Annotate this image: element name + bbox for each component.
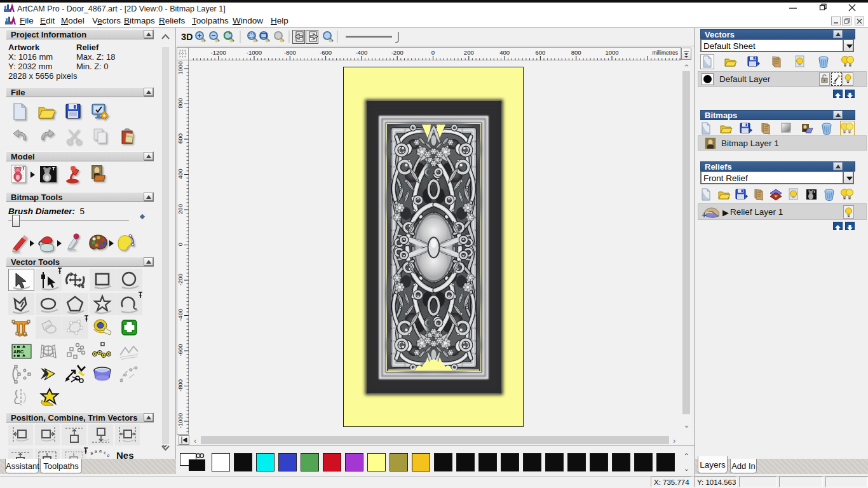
svg-text:-600: -600: [320, 49, 332, 56]
svg-text:600: 600: [535, 49, 545, 56]
svg-text:200: 200: [177, 204, 184, 214]
svg-text:-1000: -1000: [177, 413, 184, 428]
svg-text:-600: -600: [177, 344, 184, 356]
svg-text:millimetres: millimetres: [652, 50, 678, 56]
svg-text:T: T: [22, 165, 25, 171]
svg-text:0: 0: [177, 243, 184, 246]
svg-text:T: T: [52, 166, 55, 172]
svg-text:400: 400: [499, 49, 510, 56]
svg-text:ABC: ABC: [13, 349, 24, 355]
svg-text:3D: 3D: [181, 32, 193, 42]
svg-text:0: 0: [431, 49, 435, 56]
svg-text:-800: -800: [177, 379, 184, 391]
svg-text:-800: -800: [284, 49, 296, 56]
svg-text:-200: -200: [177, 273, 184, 285]
svg-text:a: a: [90, 451, 93, 456]
svg-text:-400: -400: [177, 309, 184, 321]
svg-text:800: 800: [177, 98, 184, 109]
svg-text:-1200: -1200: [211, 49, 226, 56]
svg-text:c: c: [104, 450, 107, 455]
svg-text:1000: 1000: [605, 49, 618, 56]
svg-text:800: 800: [571, 49, 581, 56]
svg-text:NUL: NUL: [127, 135, 133, 139]
svg-text:200: 200: [464, 49, 474, 56]
svg-text:a: a: [99, 449, 102, 453]
svg-text:600: 600: [177, 133, 184, 144]
svg-text:-1000: -1000: [247, 49, 262, 56]
svg-text:c: c: [107, 453, 111, 458]
svg-text:T: T: [813, 190, 815, 194]
svg-text:-400: -400: [355, 49, 367, 56]
svg-text:a: a: [94, 449, 97, 454]
svg-text:-200: -200: [391, 49, 403, 56]
svg-text:400: 400: [177, 169, 184, 179]
svg-text:1000: 1000: [177, 61, 184, 74]
